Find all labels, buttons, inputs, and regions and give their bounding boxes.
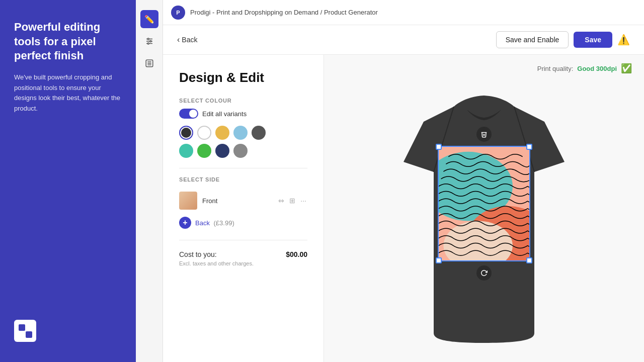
print-quality-label: Print quality: <box>537 65 574 72</box>
tshirt-container <box>324 82 644 362</box>
design-edit-title: Design & Edit <box>179 70 307 85</box>
promo-body: We've built powerful cropping and positi… <box>14 72 122 114</box>
resize-handle-br[interactable] <box>526 257 532 263</box>
cost-divider <box>179 240 307 240</box>
edit-all-variants-row: ✕ Edit all variants <box>179 109 307 119</box>
edit-variants-label: Edit all variants <box>202 110 247 118</box>
cost-note: Excl. taxes and other charges. <box>179 260 307 266</box>
tshirt-wrapper <box>373 92 595 353</box>
svg-rect-3 <box>26 331 32 338</box>
toggle-x-icon: ✕ <box>192 110 196 116</box>
colour-swatches <box>179 126 307 158</box>
svg-point-8 <box>149 41 151 42</box>
front-thumb-image <box>179 192 197 210</box>
save-button[interactable]: Save <box>574 32 612 48</box>
preview-header: Print quality: Good 300dpi ✅ <box>324 55 644 82</box>
list-tool-btn[interactable] <box>140 54 158 72</box>
prodigi-brand-icon: P <box>171 6 185 20</box>
svg-rect-2 <box>19 331 25 338</box>
colour-divider <box>179 168 307 168</box>
front-resize-icon[interactable]: ⇔ <box>277 196 285 206</box>
rotate-handle[interactable] <box>476 265 492 281</box>
front-side-icons: ⇔ ⊞ ··· <box>277 196 307 206</box>
back-button[interactable]: ‹ Back <box>177 32 197 47</box>
promo-headline: Powerful editing tools for a pixel perfe… <box>14 20 122 63</box>
side-section-label: SELECT SIDE <box>179 176 307 183</box>
swatch-gray[interactable] <box>233 144 248 158</box>
swatch-yellow[interactable] <box>215 126 229 140</box>
swatch-white[interactable] <box>197 126 211 140</box>
front-side-label: Front <box>202 197 272 205</box>
front-center-icon[interactable]: ⊞ <box>288 196 296 206</box>
front-side-thumb <box>179 192 197 210</box>
edit-variants-toggle[interactable]: ✕ <box>179 109 198 119</box>
swatch-green[interactable] <box>197 144 211 158</box>
resize-handle-tl[interactable] <box>436 144 442 150</box>
swatch-light-blue[interactable] <box>233 126 248 140</box>
swatch-dark-gray[interactable] <box>252 126 266 140</box>
front-side-row[interactable]: Front ⇔ ⊞ ··· <box>179 188 307 214</box>
svg-point-7 <box>147 38 149 40</box>
edit-tool-btn[interactable]: ✏️ <box>140 10 158 28</box>
cost-row: Cost to you: $00.00 Excl. taxes and othe… <box>179 250 307 266</box>
colour-section-label: SELECT COLOUR <box>179 98 307 104</box>
icon-sidebar: ✏️ <box>136 0 163 362</box>
back-label: Back <box>182 36 197 44</box>
swatch-navy[interactable] <box>215 144 229 158</box>
front-more-icon[interactable]: ··· <box>299 196 307 206</box>
resize-handle-tr[interactable] <box>526 144 532 150</box>
add-back-icon: + <box>179 217 191 229</box>
design-panel: Design & Edit SELECT COLOUR ✕ Edit all v… <box>163 55 324 362</box>
adjust-tool-btn[interactable] <box>140 32 158 50</box>
cost-value: $00.00 <box>286 250 307 258</box>
swatch-black[interactable] <box>179 126 193 140</box>
save-enable-button[interactable]: Save and Enable <box>496 31 569 48</box>
swatch-teal[interactable] <box>179 144 193 158</box>
svg-rect-0 <box>19 324 25 331</box>
back-chevron-icon: ‹ <box>177 35 180 44</box>
promo-panel: Powerful editing tools for a pixel perfe… <box>0 0 136 362</box>
cost-label: Cost to you: <box>179 250 217 258</box>
delete-handle[interactable] <box>476 127 492 142</box>
back-label-text: Back (£3.99) <box>195 219 234 227</box>
add-back-row[interactable]: + Back (£3.99) <box>179 214 307 232</box>
quality-check-icon: ✅ <box>621 63 632 74</box>
cost-line: Cost to you: $00.00 <box>179 250 307 258</box>
top-bar: P Prodigi - Print and Dropshipping on De… <box>163 0 644 25</box>
svg-point-9 <box>147 43 149 44</box>
promo-logo <box>14 320 36 342</box>
breadcrumb: Prodigi - Print and Dropshipping on Dema… <box>190 9 378 16</box>
svg-rect-1 <box>26 324 32 331</box>
main-content: P Prodigi - Print and Dropshipping on De… <box>163 0 644 362</box>
design-overlay[interactable] <box>438 146 530 261</box>
preview-panel: Print quality: Good 300dpi ✅ <box>324 55 644 362</box>
design-image <box>439 147 529 260</box>
content-area: Design & Edit SELECT COLOUR ✕ Edit all v… <box>163 55 644 362</box>
warning-icon: ⚠️ <box>617 34 630 46</box>
resize-handle-bl[interactable] <box>436 257 442 263</box>
print-quality-value: Good 300dpi <box>577 65 617 72</box>
